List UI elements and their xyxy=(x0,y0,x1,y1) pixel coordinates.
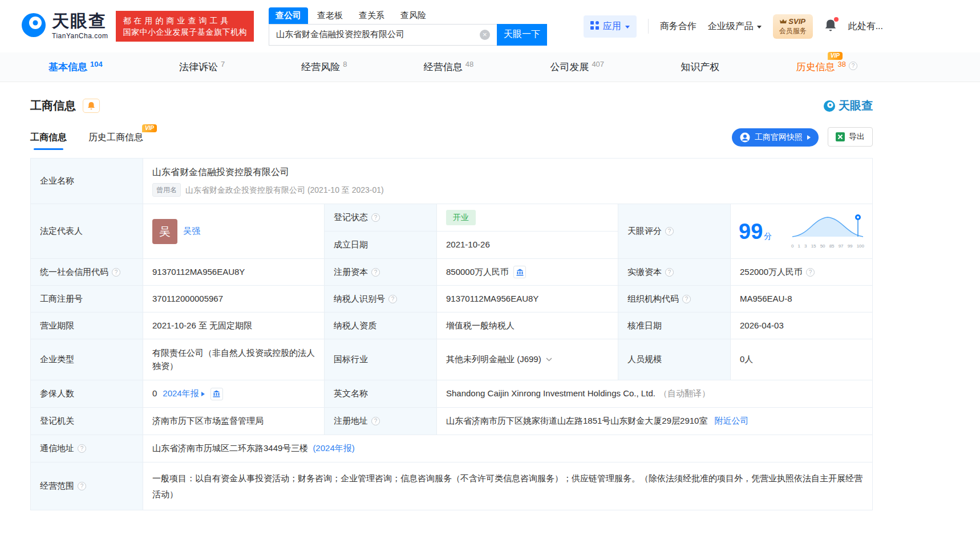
logo-name: 天眼查 xyxy=(52,13,108,30)
tab-count: 8 xyxy=(343,60,347,68)
subscribe-bell-icon[interactable] xyxy=(83,99,100,113)
tab-legal-proceedings[interactable]: 法律诉讼 7 xyxy=(179,60,225,74)
reg-no-value: 370112000005967 xyxy=(143,286,325,312)
more-link[interactable]: 此处有... xyxy=(848,21,883,33)
auto-translate-note: （自动翻译） xyxy=(659,387,710,400)
mail-address-value: 山东省济南市历城区二环东路3449号三楼 (2024年报) xyxy=(143,435,873,462)
company-name-value: 山东省财金信融投资控股有限公司 曾用名 山东省财金政企投资控股有限公司 (202… xyxy=(143,159,873,204)
enterprise-products-link[interactable]: 企业级产品 xyxy=(708,21,762,33)
vip-badge: VIP xyxy=(142,124,157,132)
help-icon[interactable] xyxy=(78,482,86,490)
help-icon[interactable] xyxy=(371,213,380,222)
legal-rep-name-link[interactable]: 吴强 xyxy=(183,225,200,238)
clear-icon[interactable] xyxy=(480,30,490,40)
help-icon[interactable] xyxy=(112,268,120,277)
business-scope-value: 一般项目：以自有资金从事投资活动；财务咨询；企业管理咨询；信息咨询服务（不含许可… xyxy=(143,462,873,510)
industry-value: 其他未列明金融业 (J699) xyxy=(437,339,618,380)
tianyancha-watermark-icon xyxy=(823,100,836,112)
search-tabs: 查公司 查老板 查关系 查风险 xyxy=(269,7,547,24)
subtab-history-registration[interactable]: 历史工商信息 VIP xyxy=(88,132,143,150)
help-icon[interactable] xyxy=(78,444,86,453)
help-icon[interactable] xyxy=(665,227,674,236)
paid-capital-value: 252000万人民币 xyxy=(731,259,873,286)
help-icon[interactable] xyxy=(849,62,857,70)
chevron-down-icon xyxy=(757,26,762,29)
business-cooperation-link[interactable]: 商务合作 xyxy=(660,21,696,33)
help-icon[interactable] xyxy=(371,417,380,425)
taxpayer-quality-label: 纳税人资质 xyxy=(325,312,437,339)
chevron-down-icon[interactable] xyxy=(546,358,552,362)
annual-report-link[interactable]: 2024年报 xyxy=(163,387,204,400)
top-header: 天眼查 TianYanCha.com 都在用的商业查询工具 国家中小企业发展子基… xyxy=(0,0,980,52)
snapshot-icon xyxy=(740,132,750,143)
tab-company-development[interactable]: 公司发展 407 xyxy=(550,60,604,74)
taxpayer-id-label: 纳税人识别号 xyxy=(325,286,437,312)
subtab-row: 工商信息 历史工商信息 VIP 工商官网快照 导出 xyxy=(30,127,873,150)
search-tab-relation[interactable]: 查关系 xyxy=(352,7,391,24)
annual-report-icon[interactable] xyxy=(210,388,223,400)
nearby-companies-link[interactable]: 附近公司 xyxy=(714,415,748,428)
help-icon[interactable] xyxy=(665,268,674,277)
search-tab-risk[interactable]: 查风险 xyxy=(394,7,433,24)
approve-date-value: 2026-04-03 xyxy=(731,312,873,339)
apps-label: 应用 xyxy=(603,21,621,33)
member-service-label: 会员服务 xyxy=(779,26,807,36)
tab-count: 104 xyxy=(90,60,103,68)
notification-bell-icon[interactable] xyxy=(824,19,837,34)
label-text: 组织机构代码 xyxy=(627,293,679,306)
tab-intellectual-property[interactable]: 知识产权 xyxy=(681,60,719,74)
label-text: 经营范围 xyxy=(40,480,74,493)
tab-history-info[interactable]: VIP 历史信息 38 xyxy=(796,60,857,74)
crown-icon xyxy=(780,19,787,24)
tianyancha-logo-icon xyxy=(21,12,47,40)
legal-rep-avatar[interactable]: 吴 xyxy=(152,219,177,244)
tab-business-info[interactable]: 经营信息 48 xyxy=(424,60,473,74)
official-snapshot-button[interactable]: 工商官网快照 xyxy=(732,128,819,147)
divider xyxy=(648,19,649,34)
tianyancha-logo[interactable]: 天眼查 TianYanCha.com xyxy=(21,12,108,40)
export-button[interactable]: 导出 xyxy=(828,127,873,147)
help-icon[interactable] xyxy=(806,268,815,277)
tab-operation-risk[interactable]: 经营风险 8 xyxy=(301,60,347,74)
search-input[interactable] xyxy=(269,24,497,46)
search-area: 查公司 查老板 查关系 查风险 天眼一下 xyxy=(269,7,547,46)
company-nav-tabs: 基本信息 104 法律诉讼 7 经营风险 8 经营信息 48 公司发展 407 … xyxy=(0,52,980,82)
term-value: 2021-10-26 至 无固定期限 xyxy=(143,312,325,339)
apps-menu[interactable]: 应用 xyxy=(584,15,637,38)
tab-label: 法律诉讼 xyxy=(179,60,218,74)
org-code-value: MA956EAU-8 xyxy=(731,286,873,312)
reg-status-label: 登记状态 xyxy=(325,204,437,232)
section-title: 工商信息 xyxy=(30,98,76,113)
tab-basic-info[interactable]: 基本信息 104 xyxy=(48,60,103,74)
tab-label: 基本信息 xyxy=(48,60,87,74)
former-name: 山东省财金政企投资控股有限公司 (2021-10 至 2023-01) xyxy=(185,184,384,196)
capital-bank-icon[interactable] xyxy=(513,266,526,278)
company-type-value: 有限责任公司（非自然人投资或控股的法人独资） xyxy=(143,339,325,380)
search-button[interactable]: 天眼一下 xyxy=(497,24,547,46)
tyc-score-value[interactable]: 99 分 0131550859799100 xyxy=(731,204,873,259)
label-text: 统一社会信用代码 xyxy=(40,266,108,279)
label-text: 实缴资本 xyxy=(627,266,662,279)
search-tab-company[interactable]: 查公司 xyxy=(269,7,308,24)
help-icon[interactable] xyxy=(682,295,691,303)
tab-label: 知识产权 xyxy=(681,60,719,74)
value-text: 山东省济南市历城区二环东路3449号三楼 xyxy=(152,442,308,455)
tab-count: 7 xyxy=(221,60,225,68)
promo-line2: 国家中小企业发展子基金旗下机构 xyxy=(123,26,247,38)
svip-member-button[interactable]: SVIP 会员服务 xyxy=(773,14,813,39)
authority-label: 登记机关 xyxy=(31,408,143,435)
help-icon[interactable] xyxy=(371,268,380,277)
taxpayer-id-value: 91370112MA956EAU8Y xyxy=(437,286,618,312)
search-tab-boss[interactable]: 查老板 xyxy=(310,7,350,24)
mail-annual-report-link[interactable]: (2024年报) xyxy=(313,442,354,455)
help-icon[interactable] xyxy=(388,295,397,303)
address-value: 山东省济南市历下区姚家街道山左路1851号山东财金大厦29层2910室 附近公司 xyxy=(437,408,873,435)
value-text: Shandong Caijin Xinrong Investment Holdi… xyxy=(446,387,655,400)
tab-count: 48 xyxy=(465,60,473,68)
company-type-label: 企业类型 xyxy=(31,339,143,380)
insured-label: 参保人数 xyxy=(31,380,143,408)
subtab-business-registration[interactable]: 工商信息 xyxy=(30,132,67,150)
value-text: 252000万人民币 xyxy=(740,266,803,279)
former-name-tag: 曾用名 xyxy=(152,183,181,197)
tianyancha-watermark: 天眼查 xyxy=(823,98,873,113)
